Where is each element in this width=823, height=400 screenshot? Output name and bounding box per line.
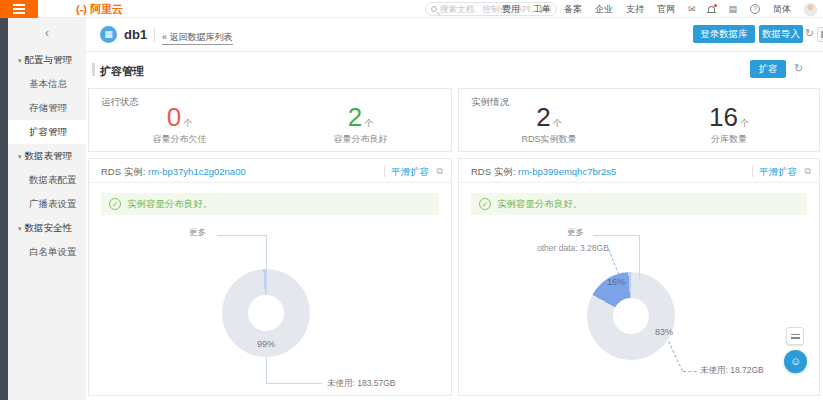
sidebar-group-tables[interactable]: ▾数据表管理 [8, 144, 86, 168]
sidebar-item-expansion-mgmt[interactable]: 扩容管理 [8, 120, 86, 144]
chart-label-more[interactable]: 更多 [567, 227, 584, 239]
stat-label: 容量分布良好 [270, 133, 451, 146]
divider [752, 165, 753, 177]
stat-value: 0 [167, 102, 181, 132]
notification-bell-icon[interactable] [708, 6, 715, 12]
divider [384, 165, 385, 177]
stat-unit: 个 [740, 118, 749, 128]
stat-unit: 个 [364, 118, 373, 128]
status-text: 实例容量分布良好。 [497, 198, 583, 211]
top-menu: 费用 工单 备案 企业 支持 官网 ✉ ▤ ? 简体 [502, 0, 817, 18]
section-title: 扩容管理 [100, 64, 144, 79]
section-title-accent [92, 63, 95, 76]
sidebar-group-config[interactable]: ▾配置与管理 [8, 48, 86, 72]
feedback-button[interactable] [786, 327, 804, 345]
stat-label: 分库数量 [639, 133, 819, 146]
leader-line [593, 235, 639, 236]
instance-name-link[interactable]: rm-bp37yh1c2g02na00 [148, 166, 246, 177]
chart-label-unused: 未使用: 18.72GB [700, 365, 764, 377]
menu-website[interactable]: 官网 [657, 3, 675, 16]
sidebar: ‹ ▾配置与管理 基本信息 存储管理 扩容管理 ▾数据表管理 数据表配置 广播表… [8, 18, 86, 400]
chart-label-unused: 未使用: 183.57GB [327, 378, 396, 390]
notification-dot [714, 4, 717, 7]
menu-enterprise[interactable]: 企业 [595, 3, 613, 16]
grid-view-icon[interactable]: ▦ [817, 27, 823, 42]
stat-value: 2 [348, 102, 362, 132]
chart-percent-other: 16% [599, 277, 633, 287]
language-switch[interactable]: 简体 [773, 3, 791, 16]
status-alert: ✓ 实例容量分布良好。 [101, 193, 439, 215]
page-header: ▦ db1 « 返回数据库列表 登录数据库 数据导入 ↻ ▦ [86, 18, 823, 52]
status-text: 实例容量分布良好。 [127, 198, 213, 211]
main-content: 扩容管理 扩容 ↻ 运行状态 0个 容量分布欠佳 2个 容量分布良好 实例情况 … [86, 52, 823, 400]
stat-good-distribution: 2个 容量分布良好 [270, 102, 451, 146]
sidebar-item-table-config[interactable]: 数据表配置 [8, 168, 86, 192]
stat-rds-count: 2个 RDS实例数量 [459, 102, 639, 146]
donut-hole [613, 298, 649, 334]
leader-line [266, 235, 267, 293]
chevron-down-icon: ▾ [18, 57, 22, 64]
leader-line [639, 235, 640, 279]
sidebar-item-basic-info[interactable]: 基本信息 [8, 72, 86, 96]
refresh-icon[interactable]: ↻ [805, 27, 814, 40]
apps-icon[interactable]: ▤ [728, 4, 737, 14]
smooth-expand-link[interactable]: 平滑扩容 [759, 166, 797, 179]
leader-line [683, 371, 697, 372]
sidebar-item-storage-mgmt[interactable]: 存储管理 [8, 96, 86, 120]
stat-shard-count: 16个 分库数量 [639, 102, 819, 146]
sidebar-item-broadcast-table[interactable]: 广播表设置 [8, 192, 86, 216]
chart-percent-unused: 99% [249, 339, 283, 349]
check-circle-icon: ✓ [109, 198, 121, 210]
instance-label: RDS 实例: [471, 166, 515, 177]
detail-icon[interactable]: ⧉ [437, 166, 443, 177]
stat-label: 容量分布欠佳 [89, 133, 270, 146]
section-refresh-icon[interactable]: ↻ [794, 62, 803, 75]
sidebar-item-whitelist[interactable]: 白名单设置 [8, 240, 86, 264]
smooth-expand-link[interactable]: 平滑扩容 [391, 166, 429, 179]
stat-value: 16 [709, 102, 738, 132]
donut-hole [248, 295, 284, 331]
menu-billing[interactable]: 费用 [502, 3, 520, 16]
expand-button[interactable]: 扩容 [750, 60, 786, 78]
leader-line [266, 383, 322, 384]
chart-label-more[interactable]: 更多 [189, 227, 206, 239]
menu-tickets[interactable]: 工单 [533, 3, 551, 16]
login-database-button[interactable]: 登录数据库 [693, 25, 755, 43]
data-import-button[interactable]: 数据导入 [759, 25, 803, 43]
chart-label-other-data: other data: 3.28GB [537, 243, 609, 253]
assistant-button[interactable]: ☺ [784, 350, 807, 373]
user-avatar[interactable] [804, 3, 817, 16]
search-icon [431, 6, 437, 12]
hamburger-menu-icon[interactable] [0, 0, 38, 18]
menu-support[interactable]: 支持 [626, 3, 644, 16]
top-navigation-bar: (-) 阿里云 费用 工单 备案 企业 支持 官网 ✉ ▤ ? 简体 [0, 0, 823, 18]
card-header: RDS 实例: rm-bp37yh1c2g02na00 平滑扩容 ⧉ [89, 159, 451, 183]
leader-line [266, 357, 267, 383]
stat-label: RDS实例数量 [459, 133, 639, 146]
running-status-panel: 运行状态 0个 容量分布欠佳 2个 容量分布良好 [88, 88, 452, 152]
leader-line [217, 235, 266, 236]
instance-name-link[interactable]: rm-bp399emqhc7br2s5 [518, 166, 616, 177]
collapsed-primary-nav [0, 18, 8, 400]
menu-icp[interactable]: 备案 [564, 3, 582, 16]
mail-icon[interactable]: ✉ [688, 4, 696, 14]
stat-unit: 个 [183, 118, 192, 128]
rds-instance-card-2: RDS 实例: rm-bp399emqhc7br2s5 平滑扩容 ⧉ ✓ 实例容… [458, 158, 820, 396]
check-circle-icon: ✓ [479, 198, 491, 210]
database-icon: ▦ [100, 26, 117, 43]
instance-label: RDS 实例: [101, 166, 145, 177]
help-icon[interactable]: ? [750, 4, 760, 14]
sidebar-collapse-icon[interactable]: ‹ [8, 18, 86, 48]
aliyun-logo[interactable]: (-) 阿里云 [76, 0, 123, 18]
back-to-database-list-link[interactable]: « 返回数据库列表 [162, 31, 233, 45]
instance-info-panel: 实例情况 2个 RDS实例数量 16个 分库数量 [458, 88, 820, 152]
detail-icon[interactable]: ⧉ [805, 166, 811, 177]
chevron-down-icon: ▾ [18, 225, 22, 232]
leader-line [668, 341, 683, 371]
stat-unit: 个 [553, 118, 562, 128]
stat-poor-distribution: 0个 容量分布欠佳 [89, 102, 270, 146]
status-alert: ✓ 实例容量分布良好。 [471, 193, 807, 215]
card-header: RDS 实例: rm-bp399emqhc7br2s5 平滑扩容 ⧉ [459, 159, 819, 183]
divider [154, 28, 155, 42]
sidebar-group-security[interactable]: ▾数据安全性 [8, 216, 86, 240]
